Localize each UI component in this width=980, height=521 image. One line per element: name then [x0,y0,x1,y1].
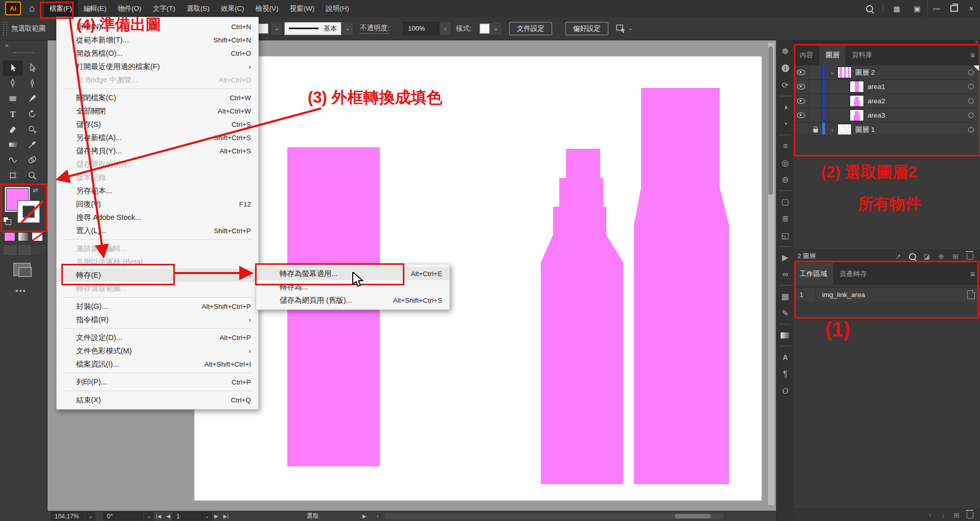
new-artboard-icon[interactable]: ⊞ [951,511,962,520]
layer-thumbnail[interactable] [837,124,852,135]
menu-item[interactable]: 封裝(G)...Alt+Shift+Ctrl+P [57,300,258,313]
menu-item[interactable]: 另存新檔(A)...Shift+Ctrl+S [57,131,258,144]
menubar-item[interactable]: 編輯(E) [78,0,112,17]
layers-tab[interactable]: 內容 [793,44,819,66]
artboards-tab[interactable]: 資產轉存 [833,263,873,285]
arrange-documents-icon[interactable]: ▦ [886,0,907,17]
stroke-color-swatch[interactable] [17,200,40,223]
visibility-toggle[interactable] [793,80,809,94]
screen-mode-icon[interactable] [13,263,31,276]
shaper-tool[interactable] [22,122,42,137]
gradient-tool[interactable] [3,137,22,152]
select-similar-icon[interactable] [616,24,627,34]
new-layer-icon[interactable]: ⊞ [949,252,962,262]
lock-toggle[interactable] [809,94,822,108]
menu-item[interactable]: 開啟舊檔(O)...Ctrl+O [57,47,258,60]
layer-name[interactable]: area3 [868,111,885,119]
layer-name[interactable]: 圖層 2 [855,68,875,77]
menu-item[interactable]: 轉存(E)› [57,268,258,282]
type-tool[interactable]: T [3,106,22,122]
restore-button[interactable] [945,0,963,17]
pathfinder-icon[interactable]: ◱ [777,227,794,244]
layer-row[interactable]: area2 [793,94,980,108]
brushes-icon[interactable]: ✎ [777,305,794,322]
target-circle-icon[interactable] [968,127,974,132]
zoom-level-field[interactable]: 104.17% [51,512,85,520]
opacity-label[interactable]: 不透明度: [360,24,390,34]
menubar-item[interactable]: 文字(T) [147,0,181,17]
brush-definition-select[interactable]: 基本 [284,22,341,35]
info-icon[interactable]: i [777,60,794,77]
preferences-button[interactable]: 偏好設定 [565,22,608,35]
delete-artboard-icon[interactable] [965,511,975,520]
workspace-switcher-icon[interactable]: ▣ [907,0,927,17]
menu-item[interactable]: 列印(P)...Ctrl+P [57,375,258,389]
layer-row[interactable]: area3 [793,108,980,123]
artboard-name[interactable]: img_link_area [816,291,865,299]
layer-thumbnail[interactable] [837,66,852,78]
swatches-icon[interactable]: ▦ [777,288,794,305]
properties-icon[interactable]: ☸ [777,43,794,60]
chevron-down-icon[interactable]: ⌄ [628,25,633,32]
menu-item[interactable]: 轉存為... [256,280,449,293]
next-artboard-icon[interactable]: ▶ [214,513,218,519]
chevron-down-icon[interactable]: ⌄ [341,21,354,36]
transparency-icon[interactable]: ◎ [777,154,794,171]
target-circle-icon[interactable] [968,84,974,89]
swatch-dropdown[interactable] [258,24,268,34]
selection-tool[interactable] [3,60,22,76]
menubar-item[interactable]: 物件(O) [112,0,147,17]
layer-name[interactable]: area1 [868,83,885,90]
lock-toggle[interactable] [809,108,822,122]
opacity-input[interactable]: 100% [403,22,439,35]
dock-header[interactable]: » [793,40,980,44]
artboards-tab[interactable]: 工作區域 [793,263,833,285]
chevron-down-icon[interactable]: ⌄ [86,512,95,520]
vertical-scrollbar[interactable] [767,42,775,506]
horizontal-scrollbar-thumb[interactable] [675,514,711,518]
layer-row[interactable]: area1 [793,80,980,94]
menu-item[interactable]: 搜尋 Adobe Stock... [57,211,258,224]
menubar-item[interactable]: 效果(C) [215,0,250,17]
default-fill-stroke-icon[interactable] [3,217,11,225]
menu-item[interactable]: 置入(L)...Shift+Ctrl+P [57,224,258,237]
artboard-page-icon[interactable] [967,290,975,299]
layer-name[interactable]: area2 [868,97,885,105]
menu-item[interactable]: 新增(N)...Ctrl+N [57,20,258,33]
expand-chevron-icon[interactable]: › [827,127,837,133]
chevron-down-icon[interactable]: ⌄ [270,21,283,36]
shape-builder-tool[interactable] [22,152,42,168]
drag-handle[interactable] [3,22,7,35]
character-icon[interactable]: A [777,349,794,366]
horizontal-scrollbar[interactable] [384,513,724,519]
menu-item[interactable]: 儲存拷貝(Y)...Alt+Ctrl+S [57,144,258,157]
menubar-item[interactable]: 選取(S) [181,0,215,17]
artboards-icon[interactable]: ▢ [777,193,794,210]
paintbrush-tool[interactable] [22,91,42,106]
eyedropper-tool[interactable] [22,137,42,152]
none-button[interactable] [32,232,43,241]
menubar-item[interactable]: 檔案(F) [44,0,78,17]
gradient-button[interactable] [18,232,29,241]
last-artboard-icon[interactable]: ▶| [223,513,229,519]
edit-toolbar-icon[interactable]: ••• [15,286,27,295]
artboard-number-field[interactable]: 1 [173,512,202,520]
color-guide-icon[interactable]: ◔ [777,116,794,132]
menu-item[interactable]: 從範本新增(T)...Shift+Ctrl+N [57,33,258,47]
direct-selection-tool[interactable] [22,60,42,76]
eraser-tool[interactable] [3,122,22,137]
visibility-toggle[interactable] [793,65,809,79]
collapse-panel-icon[interactable]: « [5,42,9,49]
home-icon[interactable]: ⌂ [29,3,35,14]
new-sublayer-icon[interactable]: ⊕ [935,252,947,262]
style-swatch[interactable] [480,24,490,34]
layers-tab[interactable]: 資料庫 [846,44,879,66]
menu-item[interactable]: 指令檔(R)› [57,313,258,326]
lock-toggle[interactable] [809,65,822,79]
visibility-toggle[interactable] [793,108,809,122]
vertical-scrollbar-thumb[interactable] [768,47,773,195]
menu-item[interactable]: 關閉檔案(C)Ctrl+W [57,91,258,104]
draw-normal-icon[interactable] [4,245,16,255]
paragraph-icon[interactable]: ¶ [777,366,794,382]
swap-fill-stroke-icon[interactable]: ⇄ [33,186,38,194]
